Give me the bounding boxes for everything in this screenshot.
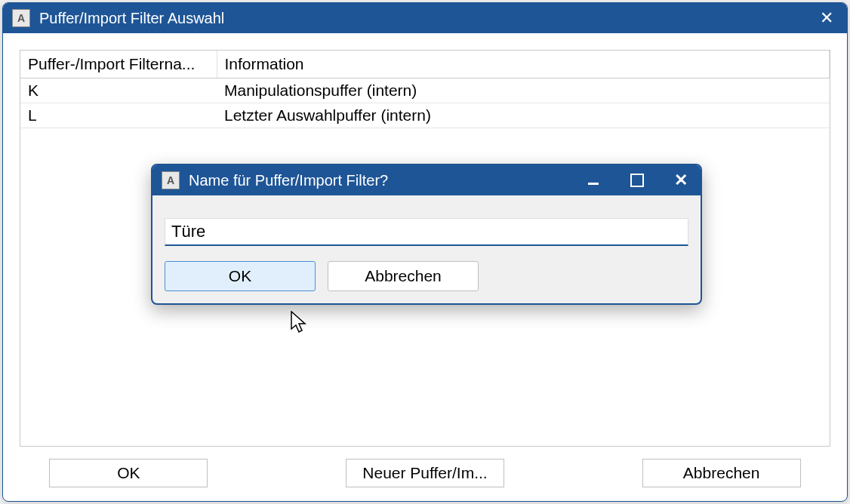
- dialog-title: Name für Puffer/Import Filter?: [189, 172, 583, 189]
- cell-info: Manipulationspuffer (intern): [217, 78, 830, 103]
- main-button-row: OK Neuer Puffer/Im... Abbrechen: [3, 447, 847, 501]
- main-titlebar: A Puffer/Import Filter Auswahl ✕: [3, 3, 847, 33]
- name-dialog: A Name für Puffer/Import Filter? ✕ OK Ab…: [151, 164, 702, 305]
- close-icon[interactable]: ✕: [670, 170, 691, 191]
- cell-name: K: [20, 78, 217, 103]
- app-icon: A: [12, 9, 30, 27]
- cell-info: Letzter Auswahlpuffer (intern): [217, 103, 830, 128]
- close-icon[interactable]: ✕: [815, 8, 838, 28]
- app-icon: A: [162, 171, 180, 189]
- cancel-button[interactable]: Abbrechen: [642, 459, 801, 487]
- cell-name: L: [20, 103, 217, 128]
- table-row[interactable]: K Manipulationspuffer (intern): [20, 78, 830, 103]
- new-puffer-button[interactable]: Neuer Puffer/Im...: [346, 459, 504, 487]
- window-title: Puffer/Import Filter Auswahl: [39, 10, 815, 27]
- dialog-body: OK Abbrechen: [152, 195, 701, 303]
- maximize-icon[interactable]: [627, 170, 648, 191]
- col-header-info[interactable]: Information: [217, 51, 830, 78]
- dialog-cancel-button[interactable]: Abbrechen: [328, 261, 479, 291]
- minimize-icon[interactable]: [583, 170, 604, 191]
- col-header-name[interactable]: Puffer-/Import Filterna...: [20, 51, 217, 78]
- name-input[interactable]: [165, 218, 688, 246]
- ok-button[interactable]: OK: [49, 459, 208, 487]
- dialog-titlebar: A Name für Puffer/Import Filter? ✕: [152, 165, 701, 195]
- dialog-button-row: OK Abbrechen: [165, 261, 688, 291]
- table-row[interactable]: L Letzter Auswahlpuffer (intern): [20, 103, 830, 128]
- dialog-ok-button[interactable]: OK: [165, 261, 316, 291]
